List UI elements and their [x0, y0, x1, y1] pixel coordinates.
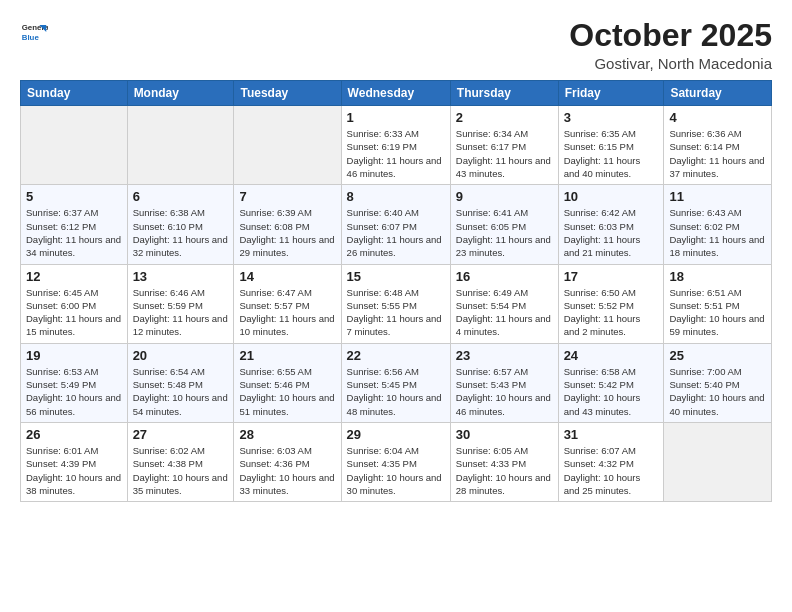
header-saturday: Saturday	[664, 81, 772, 106]
calendar-cell: 22Sunrise: 6:56 AM Sunset: 5:45 PM Dayli…	[341, 343, 450, 422]
day-info: Sunrise: 6:37 AM Sunset: 6:12 PM Dayligh…	[26, 206, 122, 259]
calendar-week-1: 1Sunrise: 6:33 AM Sunset: 6:19 PM Daylig…	[21, 106, 772, 185]
day-info: Sunrise: 6:39 AM Sunset: 6:08 PM Dayligh…	[239, 206, 335, 259]
page: General Blue October 2025 Gostivar, Nort…	[0, 0, 792, 612]
day-number: 12	[26, 269, 122, 284]
day-info: Sunrise: 6:36 AM Sunset: 6:14 PM Dayligh…	[669, 127, 766, 180]
calendar-cell: 3Sunrise: 6:35 AM Sunset: 6:15 PM Daylig…	[558, 106, 664, 185]
day-info: Sunrise: 6:54 AM Sunset: 5:48 PM Dayligh…	[133, 365, 229, 418]
day-number: 16	[456, 269, 553, 284]
day-number: 24	[564, 348, 659, 363]
calendar-week-4: 19Sunrise: 6:53 AM Sunset: 5:49 PM Dayli…	[21, 343, 772, 422]
day-number: 21	[239, 348, 335, 363]
calendar-cell: 27Sunrise: 6:02 AM Sunset: 4:38 PM Dayli…	[127, 422, 234, 501]
calendar-week-3: 12Sunrise: 6:45 AM Sunset: 6:00 PM Dayli…	[21, 264, 772, 343]
day-info: Sunrise: 6:42 AM Sunset: 6:03 PM Dayligh…	[564, 206, 659, 259]
header-monday: Monday	[127, 81, 234, 106]
calendar: Sunday Monday Tuesday Wednesday Thursday…	[20, 80, 772, 502]
calendar-cell: 18Sunrise: 6:51 AM Sunset: 5:51 PM Dayli…	[664, 264, 772, 343]
calendar-cell: 21Sunrise: 6:55 AM Sunset: 5:46 PM Dayli…	[234, 343, 341, 422]
calendar-cell	[127, 106, 234, 185]
calendar-week-2: 5Sunrise: 6:37 AM Sunset: 6:12 PM Daylig…	[21, 185, 772, 264]
day-number: 4	[669, 110, 766, 125]
header: General Blue October 2025 Gostivar, Nort…	[20, 18, 772, 72]
calendar-cell	[21, 106, 128, 185]
main-title: October 2025	[569, 18, 772, 53]
day-info: Sunrise: 6:33 AM Sunset: 6:19 PM Dayligh…	[347, 127, 445, 180]
calendar-cell: 11Sunrise: 6:43 AM Sunset: 6:02 PM Dayli…	[664, 185, 772, 264]
day-number: 17	[564, 269, 659, 284]
day-number: 30	[456, 427, 553, 442]
day-info: Sunrise: 6:41 AM Sunset: 6:05 PM Dayligh…	[456, 206, 553, 259]
day-info: Sunrise: 6:51 AM Sunset: 5:51 PM Dayligh…	[669, 286, 766, 339]
day-info: Sunrise: 6:01 AM Sunset: 4:39 PM Dayligh…	[26, 444, 122, 497]
day-number: 8	[347, 189, 445, 204]
day-info: Sunrise: 6:48 AM Sunset: 5:55 PM Dayligh…	[347, 286, 445, 339]
day-number: 5	[26, 189, 122, 204]
day-info: Sunrise: 6:07 AM Sunset: 4:32 PM Dayligh…	[564, 444, 659, 497]
day-info: Sunrise: 6:53 AM Sunset: 5:49 PM Dayligh…	[26, 365, 122, 418]
day-number: 2	[456, 110, 553, 125]
calendar-cell: 9Sunrise: 6:41 AM Sunset: 6:05 PM Daylig…	[450, 185, 558, 264]
weekday-header-row: Sunday Monday Tuesday Wednesday Thursday…	[21, 81, 772, 106]
subtitle: Gostivar, North Macedonia	[569, 55, 772, 72]
day-info: Sunrise: 6:40 AM Sunset: 6:07 PM Dayligh…	[347, 206, 445, 259]
calendar-cell: 10Sunrise: 6:42 AM Sunset: 6:03 PM Dayli…	[558, 185, 664, 264]
day-number: 27	[133, 427, 229, 442]
calendar-cell: 16Sunrise: 6:49 AM Sunset: 5:54 PM Dayli…	[450, 264, 558, 343]
calendar-cell: 7Sunrise: 6:39 AM Sunset: 6:08 PM Daylig…	[234, 185, 341, 264]
day-number: 19	[26, 348, 122, 363]
day-number: 11	[669, 189, 766, 204]
day-info: Sunrise: 6:35 AM Sunset: 6:15 PM Dayligh…	[564, 127, 659, 180]
day-number: 1	[347, 110, 445, 125]
day-number: 10	[564, 189, 659, 204]
day-number: 28	[239, 427, 335, 442]
calendar-cell: 6Sunrise: 6:38 AM Sunset: 6:10 PM Daylig…	[127, 185, 234, 264]
calendar-cell: 12Sunrise: 6:45 AM Sunset: 6:00 PM Dayli…	[21, 264, 128, 343]
day-number: 6	[133, 189, 229, 204]
calendar-cell: 13Sunrise: 6:46 AM Sunset: 5:59 PM Dayli…	[127, 264, 234, 343]
day-info: Sunrise: 6:55 AM Sunset: 5:46 PM Dayligh…	[239, 365, 335, 418]
day-info: Sunrise: 6:34 AM Sunset: 6:17 PM Dayligh…	[456, 127, 553, 180]
day-info: Sunrise: 6:45 AM Sunset: 6:00 PM Dayligh…	[26, 286, 122, 339]
calendar-cell: 23Sunrise: 6:57 AM Sunset: 5:43 PM Dayli…	[450, 343, 558, 422]
title-block: October 2025 Gostivar, North Macedonia	[569, 18, 772, 72]
day-number: 31	[564, 427, 659, 442]
day-number: 22	[347, 348, 445, 363]
day-info: Sunrise: 6:43 AM Sunset: 6:02 PM Dayligh…	[669, 206, 766, 259]
header-friday: Friday	[558, 81, 664, 106]
calendar-cell	[664, 422, 772, 501]
calendar-cell: 20Sunrise: 6:54 AM Sunset: 5:48 PM Dayli…	[127, 343, 234, 422]
day-info: Sunrise: 6:56 AM Sunset: 5:45 PM Dayligh…	[347, 365, 445, 418]
day-info: Sunrise: 6:04 AM Sunset: 4:35 PM Dayligh…	[347, 444, 445, 497]
calendar-cell: 19Sunrise: 6:53 AM Sunset: 5:49 PM Dayli…	[21, 343, 128, 422]
calendar-cell: 29Sunrise: 6:04 AM Sunset: 4:35 PM Dayli…	[341, 422, 450, 501]
calendar-cell: 25Sunrise: 7:00 AM Sunset: 5:40 PM Dayli…	[664, 343, 772, 422]
day-number: 15	[347, 269, 445, 284]
day-info: Sunrise: 6:50 AM Sunset: 5:52 PM Dayligh…	[564, 286, 659, 339]
calendar-cell: 24Sunrise: 6:58 AM Sunset: 5:42 PM Dayli…	[558, 343, 664, 422]
day-number: 29	[347, 427, 445, 442]
day-info: Sunrise: 6:57 AM Sunset: 5:43 PM Dayligh…	[456, 365, 553, 418]
calendar-cell: 30Sunrise: 6:05 AM Sunset: 4:33 PM Dayli…	[450, 422, 558, 501]
calendar-cell: 14Sunrise: 6:47 AM Sunset: 5:57 PM Dayli…	[234, 264, 341, 343]
logo-icon: General Blue	[20, 18, 48, 46]
day-info: Sunrise: 6:38 AM Sunset: 6:10 PM Dayligh…	[133, 206, 229, 259]
day-number: 26	[26, 427, 122, 442]
calendar-cell: 17Sunrise: 6:50 AM Sunset: 5:52 PM Dayli…	[558, 264, 664, 343]
day-info: Sunrise: 6:58 AM Sunset: 5:42 PM Dayligh…	[564, 365, 659, 418]
day-info: Sunrise: 6:02 AM Sunset: 4:38 PM Dayligh…	[133, 444, 229, 497]
day-number: 13	[133, 269, 229, 284]
day-info: Sunrise: 6:46 AM Sunset: 5:59 PM Dayligh…	[133, 286, 229, 339]
day-info: Sunrise: 6:05 AM Sunset: 4:33 PM Dayligh…	[456, 444, 553, 497]
calendar-cell: 26Sunrise: 6:01 AM Sunset: 4:39 PM Dayli…	[21, 422, 128, 501]
day-info: Sunrise: 6:49 AM Sunset: 5:54 PM Dayligh…	[456, 286, 553, 339]
logo: General Blue	[20, 18, 48, 46]
calendar-cell	[234, 106, 341, 185]
svg-text:Blue: Blue	[22, 33, 40, 42]
header-wednesday: Wednesday	[341, 81, 450, 106]
day-info: Sunrise: 6:47 AM Sunset: 5:57 PM Dayligh…	[239, 286, 335, 339]
day-info: Sunrise: 7:00 AM Sunset: 5:40 PM Dayligh…	[669, 365, 766, 418]
day-number: 9	[456, 189, 553, 204]
day-number: 18	[669, 269, 766, 284]
